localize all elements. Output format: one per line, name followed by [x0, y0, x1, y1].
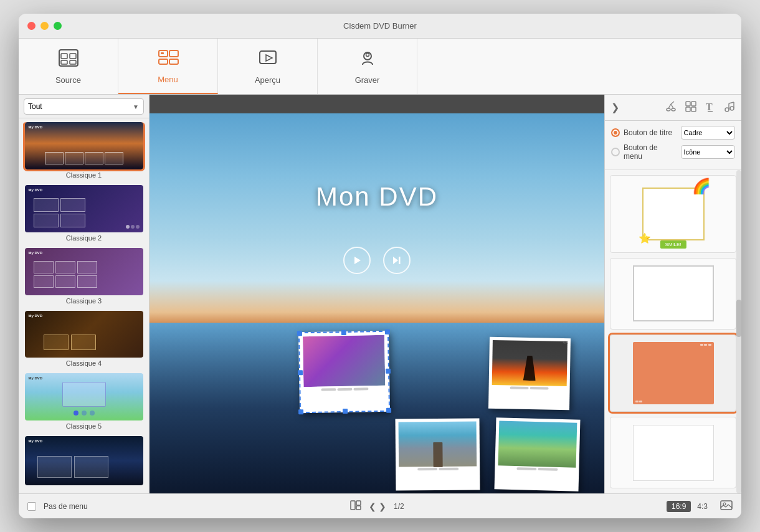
svg-line-21 — [671, 102, 674, 104]
bouton-titre-select[interactable]: Cadre — [681, 126, 736, 140]
svg-point-17 — [667, 108, 670, 111]
filter-bar: Tout ▼ — [19, 95, 149, 118]
bouton-titre-label: Bouton de titre — [624, 128, 677, 137]
template-classique5[interactable]: My DVD Classique 5 — [22, 373, 145, 432]
svg-rect-36 — [721, 501, 732, 510]
svg-rect-4 — [70, 60, 76, 64]
svg-rect-0 — [59, 50, 78, 66]
bouton-menu-radio[interactable] — [611, 148, 620, 156]
handle-ml[interactable] — [298, 370, 303, 375]
ratio-group: 16:9 4:3 — [667, 501, 713, 512]
dvd-skip-button[interactable] — [383, 247, 411, 274]
frame-thumb-plain[interactable] — [610, 258, 736, 330]
handle-bm[interactable] — [343, 409, 348, 414]
svg-rect-3 — [61, 60, 67, 64]
bouton-menu-select[interactable]: Icône — [681, 145, 736, 159]
layout-icon-btn[interactable] — [350, 500, 361, 513]
classique4-thumb: My DVD — [25, 311, 143, 358]
svg-rect-9 — [161, 52, 164, 54]
ratio-4-3-btn[interactable]: 4:3 — [692, 501, 713, 512]
bouton-titre-radio[interactable] — [611, 128, 620, 137]
photo-icon-btn[interactable] — [720, 500, 733, 513]
minimize-button[interactable] — [40, 22, 49, 30]
svg-marker-15 — [393, 257, 398, 264]
svg-rect-6 — [169, 50, 178, 57]
classique2-label: Classique 2 — [66, 234, 102, 242]
template-classique2[interactable]: My DVD Classique 2 — [22, 185, 145, 244]
right-toolbar: ❯ — [605, 95, 741, 121]
svg-point-28 — [725, 108, 729, 112]
photo-frame-4[interactable] — [495, 417, 581, 491]
pas-de-menu-label: Pas de menu — [44, 502, 88, 511]
scrollbar-track[interactable] — [736, 170, 741, 493]
toolbar-graver[interactable]: Graver — [318, 39, 417, 94]
cut-tool-btn[interactable] — [665, 101, 677, 115]
template-classique3[interactable]: My DVD Classique 3 — [22, 248, 145, 307]
frame-thumb-minimal[interactable] — [610, 417, 736, 488]
right-chevron-icon[interactable]: ❯ — [611, 102, 619, 113]
nav-prev[interactable]: ❮ — [369, 501, 376, 511]
toolbar: Source Menu Aperçu — [19, 39, 741, 95]
frame-4-dots — [498, 467, 576, 471]
page-indicator: 1/2 — [394, 502, 404, 511]
menu-label: Menu — [158, 75, 178, 84]
handle-br[interactable] — [386, 408, 391, 413]
nav-arrows: ❮ ❯ — [369, 501, 386, 511]
photo-2-image — [492, 340, 568, 386]
toolbar-apercu[interactable]: Aperçu — [218, 39, 318, 94]
music-tool-btn[interactable] — [724, 101, 735, 115]
menu-icon — [158, 48, 179, 71]
handle-bl[interactable] — [298, 409, 303, 414]
handle-mr[interactable] — [386, 369, 391, 374]
scrollbar-thumb[interactable] — [736, 300, 741, 337]
plain-frame-preview — [633, 265, 714, 321]
sky-bg — [150, 113, 604, 323]
main-area: Tout ▼ My DVD — [19, 95, 741, 493]
template-classique4[interactable]: My DVD Classique 4 — [22, 311, 145, 370]
close-button[interactable] — [27, 22, 36, 30]
nav-next[interactable]: ❯ — [379, 501, 386, 511]
rainbow-decoration: 🌈 — [692, 178, 711, 195]
ratio-16-9-btn[interactable]: 16:9 — [667, 501, 691, 512]
frame-thumb-smile[interactable]: 🌈 ⭐ SMILE! — [610, 175, 736, 253]
bottom-bar: Pas de menu ❮ ❯ 1/2 16:9 4:3 — [19, 493, 741, 518]
photo-frame-2[interactable]: 4K — [488, 337, 571, 410]
grid-tool-btn[interactable] — [685, 101, 696, 115]
classique6-thumb: My DVD — [25, 436, 143, 485]
svg-point-29 — [730, 107, 734, 110]
dvd-play-button[interactable] — [343, 247, 371, 274]
template-classique6[interactable]: My DVD — [22, 436, 145, 490]
photo-frame-3[interactable] — [396, 418, 480, 490]
window-title: Cisdem DVD Burner — [343, 21, 417, 31]
svg-point-13 — [366, 53, 369, 56]
canvas-content[interactable]: Mon DVD — [150, 113, 604, 493]
graver-icon — [358, 49, 377, 72]
handle-tl[interactable] — [297, 331, 302, 336]
svg-rect-8 — [169, 59, 178, 64]
svg-marker-14 — [354, 257, 361, 264]
dvd-canvas: Mon DVD — [150, 113, 604, 493]
photo-frame-1[interactable] — [298, 331, 390, 414]
pas-de-menu-checkbox[interactable] — [27, 502, 36, 511]
photo-1-image — [303, 335, 385, 387]
text-tool-btn[interactable]: T — [705, 101, 715, 115]
maximize-button[interactable] — [54, 22, 62, 30]
svg-line-31 — [729, 102, 734, 103]
svg-rect-34 — [356, 501, 361, 505]
frame-3-dots — [399, 467, 477, 470]
handle-tr[interactable] — [385, 330, 390, 335]
toolbar-source[interactable]: Source — [19, 39, 118, 94]
svg-rect-25 — [691, 107, 696, 112]
minimal-frame-preview — [633, 425, 714, 481]
dvd-title: Mon DVD — [316, 182, 438, 212]
classique1-thumb: My DVD — [25, 122, 143, 169]
svg-marker-11 — [266, 55, 272, 61]
svg-point-37 — [723, 503, 726, 505]
apercu-icon — [259, 49, 277, 72]
frame-thumb-orange[interactable] — [610, 335, 736, 412]
template-classique1[interactable]: My DVD Classique 1 — [22, 122, 145, 181]
filter-select[interactable]: Tout — [24, 98, 144, 115]
right-options: Bouton de titre Cadre Bouton de menu Icô… — [605, 121, 741, 170]
handle-tm[interactable] — [341, 330, 346, 335]
toolbar-menu[interactable]: Menu — [118, 39, 218, 94]
